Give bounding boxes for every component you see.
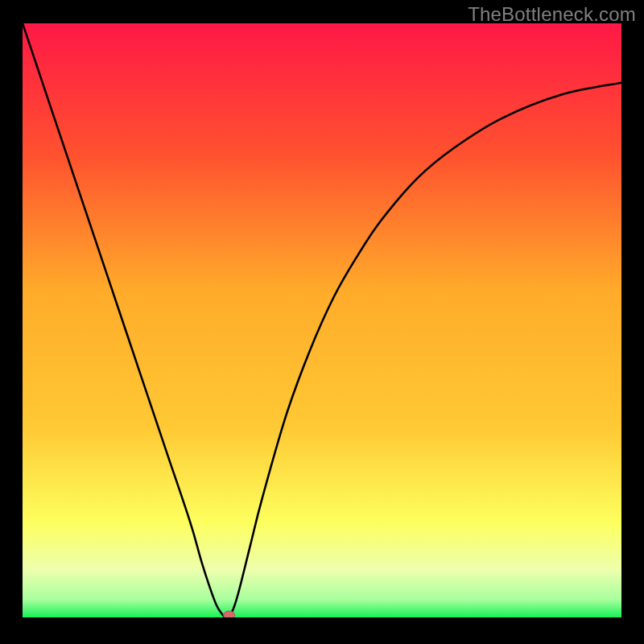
chart-frame: TheBottleneck.com [0, 0, 644, 644]
plot-area [23, 23, 621, 617]
optimal-point-marker [224, 611, 235, 617]
watermark-text: TheBottleneck.com [468, 3, 636, 26]
chart-svg [23, 23, 621, 617]
